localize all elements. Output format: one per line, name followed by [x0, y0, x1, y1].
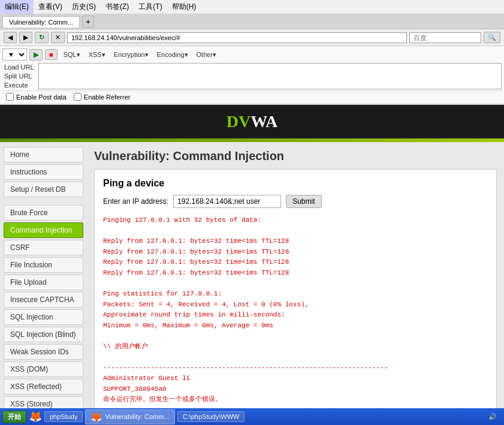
dvwa-sidebar: Home Instructions Setup / Reset DB Brute… — [0, 142, 87, 408]
post-data-option[interactable]: Enable Post data — [6, 93, 67, 101]
search-button[interactable]: 🔍 — [484, 32, 500, 43]
start-button[interactable]: 开始 — [2, 411, 26, 423]
sidebar-item-brute-force[interactable]: Brute Force — [4, 205, 83, 221]
hackbar-url-row: Load URL Split URL Execute — [2, 62, 502, 91]
menu-edit[interactable]: 编辑(E) — [0, 0, 34, 14]
search-bar[interactable] — [409, 32, 481, 43]
sidebar-item-xss-dom[interactable]: XSS (DOM) — [4, 361, 83, 377]
output-line17: SUPPORT_388945a0 — [103, 384, 488, 395]
sidebar-item-command-injection[interactable]: Command Injection — [4, 222, 83, 238]
tab-bar: Vulnerability: Comm... + — [0, 14, 504, 29]
main-content: Vulnerability: Command Injection Ping a … — [87, 142, 504, 408]
sidebar-item-insecure-captcha[interactable]: Insecure CAPTCHA — [4, 292, 83, 308]
nav-bar: ◀ ▶ ↻ ✕ 🔍 — [0, 29, 504, 46]
ping-box: Ping a device Enter an IP address: Submi… — [94, 169, 497, 408]
sidebar-item-home[interactable]: Home — [4, 147, 83, 162]
ping-input[interactable] — [173, 195, 281, 208]
taskbar-item-vulnerability[interactable]: 🦊 Vulnerability: Comm... — [85, 409, 174, 424]
new-tab-button[interactable]: + — [82, 16, 94, 28]
hackbar-stop-btn[interactable]: ■ — [45, 49, 58, 60]
browser-frame: 编辑(E) 查看(V) 历史(S) 书签(Z) 工具(T) 帮助(H) Vuln… — [0, 0, 504, 425]
output-line5: Reply from 127.0.0.1: bytes=32 time<1ms … — [103, 257, 488, 268]
dvwa-container: DVWA Home Instructions Setup / Reset DB … — [0, 105, 504, 408]
menu-history[interactable]: 历史(S) — [67, 0, 101, 14]
output-line13: \\ 的用户帐户 — [103, 342, 488, 352]
page-title: Vulnerability: Command Injection — [94, 149, 497, 163]
output-line1: Pinging 127.0.0.1 with 32 bytes of data: — [103, 215, 488, 226]
taskbar: 开始 🦊 phpStudy 🦊 Vulnerability: Comm... C… — [0, 408, 504, 425]
hackbar-url-input[interactable] — [38, 63, 502, 89]
forward-button[interactable]: ▶ — [19, 32, 32, 43]
hackbar-xss[interactable]: XSS▾ — [85, 50, 109, 60]
split-url-btn[interactable]: Split URL — [2, 72, 36, 80]
output-line9: Packets: Sent = 4, Received = 4, Lost = … — [103, 300, 488, 311]
reload-button[interactable]: ↻ — [35, 32, 49, 43]
dvwa-logo-wa: WA — [251, 112, 277, 131]
post-data-checkbox[interactable] — [6, 93, 14, 101]
ping-form: Enter an IP address: Submit — [103, 195, 488, 208]
dvwa-logo-dv: DV — [227, 112, 251, 131]
address-bar[interactable] — [67, 32, 407, 43]
taskbar-item-phpstudy[interactable]: phpStudy — [44, 411, 83, 422]
hackbar-sql[interactable]: SQL▾ — [60, 50, 84, 60]
sidebar-item-csrf[interactable]: CSRF — [4, 240, 83, 255]
ping-box-title: Ping a device — [103, 178, 488, 189]
sidebar-item-sql-injection-blind[interactable]: SQL Injection (Blind) — [4, 327, 83, 342]
taskbar-vulnerability-label: Vulnerability: Comm... — [105, 413, 169, 420]
content-area: DVWA Home Instructions Setup / Reset DB … — [0, 105, 504, 408]
hackbar-mode-select[interactable]: ▼ — [2, 49, 27, 61]
hackbar-encoding[interactable]: Encoding▾ — [153, 50, 192, 60]
referrer-option[interactable]: Enable Referrer — [74, 93, 131, 101]
hackbar-nav: SQL▾ XSS▾ Encryption▾ Encoding▾ Other▾ — [60, 50, 220, 60]
output-line11: Minimum = 0ms, Maximum = 0ms, Average = … — [103, 321, 488, 331]
sidebar-item-xss-reflected[interactable]: XSS (Reflected) — [4, 379, 83, 394]
output-line8: Ping statistics for 127.0.0.1: — [103, 289, 488, 300]
output-line6: Reply from 127.0.0.1: bytes=32 time<1ms … — [103, 268, 488, 279]
output-line4: Reply from 127.0.0.1: bytes=32 time<1ms … — [103, 247, 488, 258]
hackbar-go-btn[interactable]: ▶ — [29, 49, 43, 61]
load-url-btn[interactable]: Load URL — [2, 63, 36, 71]
output-line16: Administrator Guest li — [103, 373, 488, 384]
dvwa-body: Home Instructions Setup / Reset DB Brute… — [0, 142, 504, 408]
ping-submit-button[interactable]: Submit — [286, 195, 321, 208]
sidebar-item-xss-stored[interactable]: XSS (Stored) — [4, 396, 83, 408]
hackbar-top: ▼ ▶ ■ SQL▾ XSS▾ Encryption▾ Encoding▾ Ot… — [2, 47, 502, 62]
output-line18: 命令运行完毕。但发生一个或多个错误。 — [103, 394, 488, 405]
output-line15: ----------------------------------------… — [103, 363, 488, 373]
hackbar-other[interactable]: Other▾ — [193, 50, 221, 60]
hackbar-sidebar-btns: Load URL Split URL Execute — [2, 63, 36, 89]
menu-tools[interactable]: 工具(T) — [134, 0, 167, 14]
taskbar-clock: 🔊 — [484, 413, 502, 421]
hackbar: ▼ ▶ ■ SQL▾ XSS▾ Encryption▾ Encoding▾ Ot… — [0, 46, 504, 105]
ping-output: Pinging 127.0.0.1 with 32 bytes of data:… — [103, 215, 488, 405]
sidebar-divider — [4, 199, 83, 205]
sidebar-item-instructions[interactable]: Instructions — [4, 164, 83, 180]
ping-label: Enter an IP address: — [103, 197, 168, 206]
sidebar-item-file-upload[interactable]: File Upload — [4, 275, 83, 290]
menu-bookmarks[interactable]: 书签(Z) — [101, 0, 134, 14]
hackbar-options: Enable Post data Enable Referrer — [2, 91, 502, 103]
active-tab[interactable]: Vulnerability: Comm... — [2, 16, 80, 28]
referrer-checkbox[interactable] — [74, 93, 82, 101]
taskbar-www-label: C:\phpStudy\WWW — [183, 413, 240, 420]
hackbar-encryption[interactable]: Encryption▾ — [110, 50, 152, 60]
menu-view[interactable]: 查看(V) — [34, 0, 67, 14]
dvwa-header: DVWA — [0, 105, 504, 138]
stop-button[interactable]: ✕ — [51, 32, 65, 43]
back-button[interactable]: ◀ — [4, 32, 17, 43]
output-line10: Approximate round trip times in milli-se… — [103, 310, 488, 321]
sidebar-item-sql-injection[interactable]: SQL Injection — [4, 309, 83, 325]
dvwa-logo: DVWA — [227, 112, 278, 131]
menu-bar: 编辑(E) 查看(V) 历史(S) 书签(Z) 工具(T) 帮助(H) — [0, 0, 504, 14]
taskbar-phpstudy-label: phpStudy — [50, 413, 77, 420]
sidebar-item-setup[interactable]: Setup / Reset DB — [4, 182, 83, 197]
taskbar-item-phpstudy-www[interactable]: C:\phpStudy\WWW — [177, 411, 245, 422]
sidebar-item-weak-session[interactable]: Weak Session IDs — [4, 344, 83, 360]
menu-help[interactable]: 帮助(H) — [167, 0, 201, 14]
output-line3: Reply from 127.0.0.1: bytes=32 time<1ms … — [103, 236, 488, 247]
execute-btn[interactable]: Execute — [2, 81, 36, 89]
sidebar-item-file-inclusion[interactable]: File Inclusion — [4, 257, 83, 273]
